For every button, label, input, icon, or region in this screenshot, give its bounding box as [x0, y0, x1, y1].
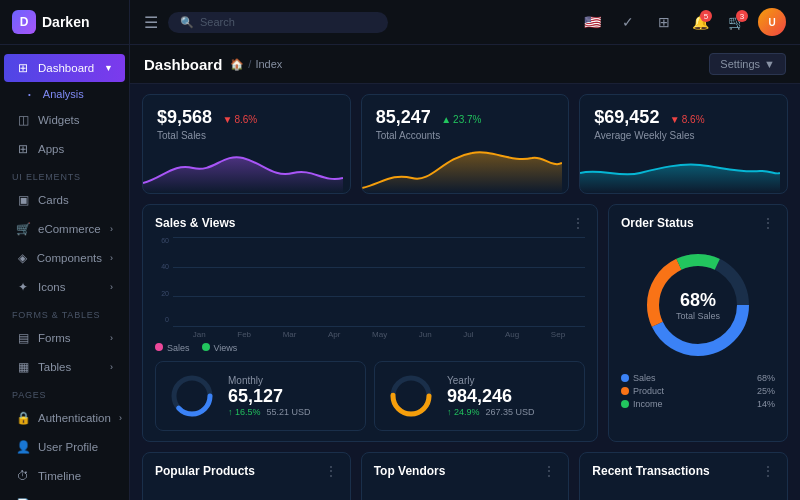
- search-icon: 🔍: [180, 16, 194, 29]
- auth-icon: 🔒: [16, 411, 30, 425]
- chevron-icon-components: ›: [110, 253, 113, 263]
- settings-chevron: ▼: [764, 58, 775, 70]
- sidebar-item-icons[interactable]: ✦ Icons ›: [4, 273, 125, 301]
- components-icon: ◈: [16, 251, 29, 265]
- popular-products-header: Popular Products ⋮: [155, 463, 338, 479]
- sidebar-label-widgets: Widgets: [38, 114, 80, 126]
- sidebar: D Darken ⊞ Dashboard ▼ Analysis ◫ Widget…: [0, 0, 130, 500]
- logo: D Darken: [0, 0, 129, 45]
- stats-row: Monthly 65,127 ↑ 16.5% 55.21 USD: [155, 361, 585, 431]
- monthly-donut: [168, 372, 216, 420]
- sidebar-label-auth: Authentication: [38, 412, 111, 424]
- chart-legend: Sales Views: [155, 343, 585, 353]
- sidebar-label-analysis: Analysis: [43, 88, 84, 100]
- notification-button[interactable]: 🔔 5: [686, 8, 714, 36]
- sidebar-item-pages[interactable]: 📄 Pages ›: [4, 491, 125, 500]
- check-icon[interactable]: ✓: [614, 8, 642, 36]
- monthly-value: 65,127: [228, 386, 353, 407]
- dashboard-icon: ⊞: [16, 61, 30, 75]
- popular-products-title: Popular Products: [155, 464, 255, 478]
- sidebar-item-forms[interactable]: ▤ Forms ›: [4, 324, 125, 352]
- chevron-icon-icons: ›: [110, 282, 113, 292]
- sidebar-item-dashboard[interactable]: ⊞ Dashboard ▼: [4, 54, 125, 82]
- kpi-label-1: Total Sales: [157, 130, 336, 141]
- sidebar-label-forms: Forms: [38, 332, 71, 344]
- sidebar-item-ecommerce[interactable]: 🛒 eCommerce ›: [4, 215, 125, 243]
- popular-products-card: Popular Products ⋮: [142, 452, 351, 500]
- sales-views-header: Sales & Views ⋮: [155, 215, 585, 231]
- sidebar-label-ecommerce: eCommerce: [38, 223, 101, 235]
- sales-views-card: Sales & Views ⋮ 60 40 20 0: [142, 204, 598, 442]
- yearly-stat: Yearly 984,246 ↑ 24.9% 267.35 USD: [374, 361, 585, 431]
- main-content: ☰ 🔍 🇺🇸 ✓ ⊞ 🔔 5 🛒 3 U Dashboard 🏠: [130, 0, 800, 500]
- popular-products-menu[interactable]: ⋮: [324, 463, 338, 479]
- yearly-donut: [387, 372, 435, 420]
- monthly-info: Monthly 65,127 ↑ 16.5% 55.21 USD: [228, 375, 353, 417]
- sales-views-menu[interactable]: ⋮: [571, 215, 585, 231]
- section-pages: PAGES: [0, 382, 129, 403]
- breadcrumb-sep: /: [248, 58, 251, 70]
- monthly-sub: 55.21 USD: [267, 407, 311, 417]
- order-sub: Total Sales: [676, 311, 720, 321]
- search-bar[interactable]: 🔍: [168, 12, 388, 33]
- order-status-menu[interactable]: ⋮: [761, 215, 775, 231]
- kpi-label-2: Total Accounts: [376, 130, 555, 141]
- topbar-right: 🇺🇸 ✓ ⊞ 🔔 5 🛒 3 U: [578, 8, 786, 36]
- order-legend: Sales 68% Product 25%: [621, 373, 775, 412]
- top-vendors-menu[interactable]: ⋮: [542, 463, 556, 479]
- timeline-icon: ⏱: [16, 469, 30, 483]
- kpi-card-accounts: 85,247 ▲ 23.7% Total Accounts: [361, 94, 570, 194]
- sidebar-item-analysis[interactable]: Analysis: [0, 83, 129, 105]
- bar-x-labels: Jan Feb Mar Apr May Jun Jul Aug Sep: [173, 330, 585, 339]
- sidebar-item-widgets[interactable]: ◫ Widgets: [4, 106, 125, 134]
- yearly-value: 984,246: [447, 386, 572, 407]
- search-input[interactable]: [200, 16, 376, 28]
- breadcrumb: 🏠 / Index: [230, 58, 282, 71]
- sidebar-label-timeline: Timeline: [38, 470, 81, 482]
- notification-badge: 5: [700, 10, 712, 22]
- top-vendors-card: Top Vendors ⋮: [361, 452, 570, 500]
- content-area: $9,568 ▼ 8.6% Total Sales: [130, 84, 800, 500]
- sales-views-title: Sales & Views: [155, 216, 236, 230]
- grid-icon[interactable]: ⊞: [650, 8, 678, 36]
- sidebar-item-apps[interactable]: ⊞ Apps: [4, 135, 125, 163]
- order-pct: 68%: [676, 290, 720, 311]
- tables-icon: ▦: [16, 360, 30, 374]
- sidebar-label-profile: User Profile: [38, 441, 98, 453]
- sidebar-item-auth[interactable]: 🔒 Authentication ›: [4, 404, 125, 432]
- recent-transactions-header: Recent Transactions ⋮: [592, 463, 775, 479]
- widgets-icon: ◫: [16, 113, 30, 127]
- order-status-card: Order Status ⋮ 68%: [608, 204, 788, 442]
- monthly-stat: Monthly 65,127 ↑ 16.5% 55.21 USD: [155, 361, 366, 431]
- kpi-row: $9,568 ▼ 8.6% Total Sales: [142, 94, 788, 194]
- home-icon: 🏠: [230, 58, 244, 71]
- top-vendors-title: Top Vendors: [374, 464, 446, 478]
- logo-icon: D: [12, 10, 36, 34]
- recent-transactions-menu[interactable]: ⋮: [761, 463, 775, 479]
- yearly-info: Yearly 984,246 ↑ 24.9% 267.35 USD: [447, 375, 572, 417]
- sidebar-item-profile[interactable]: 👤 User Profile: [4, 433, 125, 461]
- settings-button[interactable]: Settings ▼: [709, 53, 786, 75]
- menu-icon[interactable]: ☰: [144, 13, 158, 32]
- recent-transactions-title: Recent Transactions: [592, 464, 709, 478]
- sidebar-label-icons: Icons: [38, 281, 66, 293]
- legend-income: Income 14%: [621, 399, 775, 409]
- sidebar-item-components[interactable]: ◈ Components ›: [4, 244, 125, 272]
- kpi-card-weekly-sales: $69,452 ▼ 8.6% Average Weekly Sales: [579, 94, 788, 194]
- flag-button[interactable]: 🇺🇸: [578, 8, 606, 36]
- page-title-area: Dashboard 🏠 / Index: [144, 56, 282, 73]
- cart-button[interactable]: 🛒 3: [722, 8, 750, 36]
- sidebar-item-tables[interactable]: ▦ Tables ›: [4, 353, 125, 381]
- chevron-icon: ▼: [104, 63, 113, 73]
- breadcrumb-index: Index: [255, 58, 282, 70]
- monthly-period: Monthly: [228, 375, 353, 386]
- monthly-change: ↑ 16.5%: [228, 407, 261, 417]
- avatar[interactable]: U: [758, 8, 786, 36]
- cart-badge: 3: [736, 10, 748, 22]
- legend-sales: Sales 68%: [621, 373, 775, 383]
- middle-row: Sales & Views ⋮ 60 40 20 0: [142, 204, 788, 442]
- sidebar-item-cards[interactable]: ▣ Cards: [4, 186, 125, 214]
- order-donut-center: 68% Total Sales: [621, 245, 775, 365]
- sidebar-item-timeline[interactable]: ⏱ Timeline: [4, 462, 125, 490]
- kpi-chart-2: [362, 143, 562, 193]
